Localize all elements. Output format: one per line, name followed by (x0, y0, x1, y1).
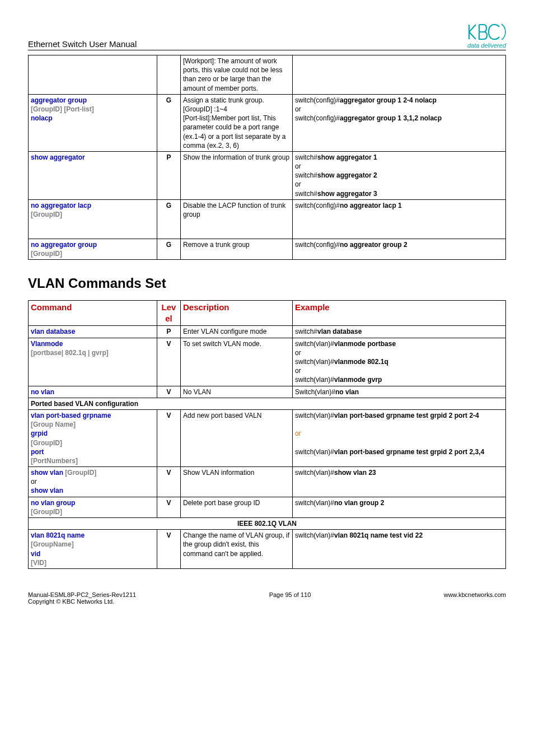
level-cell (157, 55, 181, 95)
table-row: vlan 8021q name[GroupName]vid[VID]VChang… (29, 530, 506, 569)
level-cell: V (157, 386, 181, 398)
page-footer: Manual-ESML8P-PC2_Series-Rev1211 Copyrig… (28, 591, 506, 605)
command-cell: show vlan [GroupID]orshow vlan (29, 467, 157, 497)
example-cell: switch#vlan database (293, 326, 506, 338)
example-cell: switch(vlan)#no vlan group 2 (293, 497, 506, 517)
table-subheader-row: IEEE 802.1Q VLAN (29, 518, 506, 530)
description-cell: Disable the LACP function of trunk group (181, 199, 293, 239)
description-cell: No VLAN (181, 386, 293, 398)
description-cell: Enter VLAN configure mode (181, 326, 293, 338)
level-cell: V (157, 467, 181, 497)
table-row: no aggregator lacp[GroupID]GDisable the … (29, 199, 506, 239)
level-cell: V (157, 409, 181, 466)
footer-right: www.kbcnetworks.com (444, 591, 506, 605)
table-row: show vlan [GroupID]orshow vlanVShow VLAN… (29, 467, 506, 497)
level-cell: G (157, 94, 181, 151)
description-cell: Add new port based VALN (181, 409, 293, 466)
description-cell: [Workport]: The amount of work ports, th… (181, 55, 293, 95)
command-cell: show aggregator (29, 151, 157, 199)
command-cell: vlan database (29, 326, 157, 338)
table-header-row: Command Level Description Example (29, 300, 506, 326)
command-cell: vlan 8021q name[GroupName]vid[VID] (29, 530, 157, 569)
footer-left: Manual-ESML8P-PC2_Series-Rev1211 Copyrig… (28, 591, 136, 605)
command-cell: no vlan (29, 386, 157, 398)
table-row: aggregator group[GroupID] [Port-list]nol… (29, 94, 506, 151)
table-row: no vlanVNo VLANSwitch(vlan)#no vlan (29, 386, 506, 398)
table-row: vlan port-based grpname[Group Name]grpid… (29, 409, 506, 466)
description-cell: Delete port base group ID (181, 497, 293, 517)
example-cell: switch(vlan)#vlan 8021q name test vid 22 (293, 530, 506, 569)
description-cell: To set switch VLAN mode. (181, 338, 293, 386)
description-cell: Show VLAN information (181, 467, 293, 497)
example-cell (293, 55, 506, 95)
command-cell: aggregator group[GroupID] [Port-list]nol… (29, 94, 157, 151)
example-cell: switch(config)#no aggreator lacp 1 (293, 199, 506, 239)
description-cell: Change the name of VLAN group, if the gr… (181, 530, 293, 569)
example-cell: switch(config)#aggregator group 1 2-4 no… (293, 94, 506, 151)
manual-title: Ethernet Switch User Manual (28, 39, 137, 49)
description-cell: Assign a static trunk group.[GroupID] :1… (181, 94, 293, 151)
description-cell: Remove a trunk group (181, 239, 293, 259)
hdr-description: Description (183, 302, 229, 312)
kbc-logo-icon (467, 22, 506, 41)
level-cell: V (157, 497, 181, 517)
command-cell: no aggregator lacp[GroupID] (29, 199, 157, 239)
level-cell: V (157, 530, 181, 569)
command-cell: vlan port-based grpname[Group Name]grpid… (29, 409, 157, 466)
footer-center: Page 95 of 110 (269, 591, 311, 605)
example-cell: switch(vlan)#show vlan 23 (293, 467, 506, 497)
example-cell: switch(vlan)#vlanmode portbaseorswitch(v… (293, 338, 506, 386)
level-cell: V (157, 338, 181, 386)
example-cell: switch(vlan)#vlan port-based grpname tes… (293, 409, 506, 466)
logo-block: data delivered (467, 22, 506, 49)
table-row: [Workport]: The amount of work ports, th… (29, 55, 506, 95)
table-row: Vlanmode[portbase| 802.1q | gvrp]VTo set… (29, 338, 506, 386)
level-cell: G (157, 239, 181, 259)
table-subheader-row: Ported based VLAN configuration (29, 398, 506, 409)
command-cell: Vlanmode[portbase| 802.1q | gvrp] (29, 338, 157, 386)
section-heading: VLAN Commands Set (28, 276, 506, 291)
table-row: show aggregatorPShow the information of … (29, 151, 506, 199)
hdr-level: Level (162, 302, 176, 323)
example-cell: switch(config)#no aggreator group 2 (293, 239, 506, 259)
description-cell: Show the information of trunk group (181, 151, 293, 199)
table-row: no vlan group[GroupID]VDelete port base … (29, 497, 506, 517)
table-row: vlan databasePEnter VLAN configure modes… (29, 326, 506, 338)
aggregator-commands-table: [Workport]: The amount of work ports, th… (28, 55, 506, 260)
command-cell: no vlan group[GroupID] (29, 497, 157, 517)
command-cell (29, 55, 157, 95)
example-cell: Switch(vlan)#no vlan (293, 386, 506, 398)
command-cell: no aggregator group[GroupID] (29, 239, 157, 259)
page-header: Ethernet Switch User Manual data deliver… (28, 22, 506, 50)
level-cell: P (157, 151, 181, 199)
table-row: no aggregator group[GroupID]GRemove a tr… (29, 239, 506, 259)
hdr-example: Example (295, 302, 330, 312)
logo-tagline: data delivered (467, 43, 506, 49)
vlan-commands-table: Command Level Description Example vlan d… (28, 300, 506, 569)
level-cell: G (157, 199, 181, 239)
example-cell: switch#show aggregator 1orswitch#show ag… (293, 151, 506, 199)
hdr-command: Command (31, 302, 72, 312)
level-cell: P (157, 326, 181, 338)
